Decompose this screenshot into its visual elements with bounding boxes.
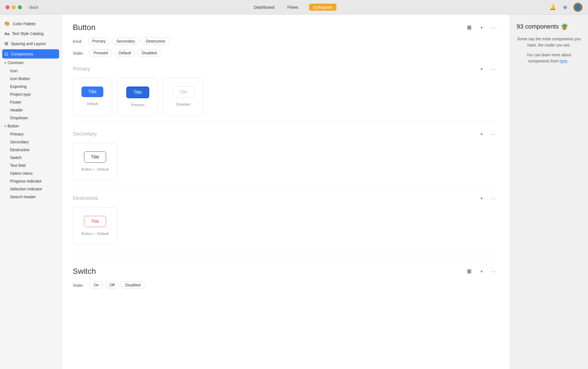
sidebar-item-text-field[interactable]: Text field (0, 162, 61, 169)
secondary-subsection: Secondary ▾ ··· Title Button /...Default (73, 129, 498, 187)
secondary-subsection-title: Secondary (73, 131, 97, 137)
switch-dropdown-icon[interactable]: ▾ (477, 267, 486, 276)
card-primary-pressed-label: Pressed (131, 103, 144, 107)
sidebar-item-selection[interactable]: Selection indicator (0, 185, 61, 193)
secondary-subsection-controls: ▾ ··· (477, 129, 498, 138)
switch-section: Switch ▾ ··· State: On (73, 267, 498, 289)
more-options-icon[interactable]: ··· (489, 23, 498, 32)
notification-icon[interactable]: 🔔 (549, 3, 557, 11)
card-destructive-default: Title Button /...Default (73, 207, 117, 244)
sidebar-item-footer[interactable]: Footer (0, 98, 61, 106)
sidebar-item-components[interactable]: ⊡ Components (2, 49, 59, 59)
sidebar-item-destructive[interactable]: Destructive (0, 146, 61, 154)
titlebar: ‹ Back Dashboard Flows Styleguide 🔔 ⊕ 👤 (0, 0, 588, 15)
sidebar-label-components: Components (11, 52, 33, 56)
help-icon[interactable]: ⊕ (561, 3, 569, 11)
secondary-subsection-header: Secondary ▾ ··· (73, 129, 498, 138)
sidebar-label-text-style: Text Style Catalog (12, 31, 44, 36)
sidebar-item-icon-button[interactable]: Icon Button (0, 75, 61, 83)
state-label: State: (73, 51, 84, 55)
state-disabled-pill[interactable]: Disabled (137, 49, 161, 57)
button-section-title: Button (73, 23, 95, 32)
sidebar-item-search-header[interactable]: Search header (0, 193, 61, 201)
text-style-icon: Aa (4, 32, 9, 36)
secondary-more-icon[interactable]: ··· (489, 129, 498, 138)
content-area: Button ▾ ··· Kind: Primary Secondary D (62, 15, 510, 369)
sidebar-item-color-palette[interactable]: 🎨 Color Palette (0, 19, 61, 28)
sidebar-section-spacing: ⊞ Spacing and Layout (0, 39, 61, 48)
state-default-pill[interactable]: Default (115, 49, 135, 57)
btn-destructive-default[interactable]: Title (84, 216, 106, 227)
switch-state-disabled-pill[interactable]: Disabled (121, 281, 144, 289)
spacing-icon: ⊞ (4, 41, 8, 46)
back-label: Back (30, 5, 38, 10)
btn-secondary-default[interactable]: Title (84, 151, 106, 163)
secondary-cards: Title Button /...Default (73, 143, 498, 180)
close-button[interactable] (6, 5, 10, 9)
state-pressed-pill[interactable]: Pressed (89, 49, 112, 57)
kind-primary-pill[interactable]: Primary (88, 38, 110, 45)
kind-destructive-pill[interactable]: Destructive (141, 38, 169, 45)
button-section-header: Button ▾ ··· (73, 23, 498, 32)
switch-state-off-pill[interactable]: Off (105, 281, 119, 289)
sidebar-item-progress[interactable]: Progress indicator (0, 177, 61, 185)
info-link[interactable]: here (560, 59, 568, 63)
sidebar-item-header[interactable]: Header (0, 106, 61, 114)
card-primary-default: Title Default (73, 78, 112, 116)
switch-more-icon[interactable]: ··· (489, 267, 498, 276)
primary-cards: Title Default Title Pressed Title Disabl… (73, 78, 498, 116)
kind-label: Kind: (73, 39, 82, 44)
card-primary-pressed: Title Pressed (118, 78, 158, 116)
svg-rect-3 (467, 270, 471, 270)
kind-secondary-pill[interactable]: Secondary (112, 38, 139, 45)
sidebar-item-switch[interactable]: Switch (0, 154, 61, 162)
primary-subsection-title: Primary (73, 66, 90, 72)
primary-subsection: Primary ▾ ··· Title Default Title Presse… (73, 64, 498, 123)
btn-primary-default[interactable]: Title (81, 87, 103, 97)
avatar[interactable]: 👤 (573, 3, 582, 12)
primary-more-icon[interactable]: ··· (489, 64, 498, 73)
svg-rect-2 (467, 29, 471, 29)
dropdown-arrow-icon[interactable]: ▾ (477, 23, 486, 32)
destructive-dropdown-icon[interactable]: ▾ (477, 194, 486, 203)
button-collapse-icon: ▾ (4, 125, 6, 128)
sidebar-item-dropdown[interactable]: Dropdown (0, 114, 61, 122)
switch-state-label: State: (73, 283, 84, 288)
card-secondary-default-label: Button /...Default (81, 167, 109, 171)
destructive-more-icon[interactable]: ··· (489, 194, 498, 203)
switch-state-on-pill[interactable]: On (89, 281, 103, 289)
switch-stack-icon[interactable] (465, 267, 474, 276)
sidebar-group-button[interactable]: ▾ Button (0, 122, 61, 130)
back-chevron-icon: ‹ (27, 5, 29, 9)
palette-icon: 🎨 (4, 21, 10, 26)
destructive-cards: Title Button /...Default (73, 207, 498, 244)
sidebar-item-exporting[interactable]: Exporting (0, 83, 61, 90)
maximize-button[interactable] (18, 5, 22, 9)
sidebar-section-components: ⊡ Components ▾ Common Icon Icon Button E… (0, 49, 61, 201)
sidebar-group-common[interactable]: ▾ Common (0, 59, 61, 67)
switch-state-filter-row: State: On Off Disabled (73, 281, 498, 289)
sidebar-item-primary[interactable]: Primary (0, 130, 61, 138)
sidebar-item-project-type[interactable]: Project type (0, 90, 61, 98)
svg-rect-1 (467, 27, 471, 28)
switch-section-title: Switch (73, 267, 96, 276)
primary-dropdown-icon[interactable]: ▾ (477, 64, 486, 73)
sidebar-item-spacing[interactable]: ⊞ Spacing and Layout (0, 39, 61, 48)
nav-bar: Dashboard Flows Styleguide (252, 4, 337, 11)
sidebar-item-option-menu[interactable]: Option menu (0, 169, 61, 177)
sidebar-item-secondary[interactable]: Secondary (0, 138, 61, 146)
nav-dashboard[interactable]: Dashboard (252, 4, 277, 11)
btn-primary-pressed[interactable]: Title (126, 87, 149, 98)
sidebar-section-palette: 🎨 Color Palette (0, 19, 61, 28)
nav-styleguide[interactable]: Styleguide (309, 4, 336, 11)
stack-icon[interactable] (465, 23, 474, 32)
secondary-dropdown-icon[interactable]: ▾ (477, 129, 486, 138)
sidebar: 🎨 Color Palette Aa Text Style Catalog ⊞ … (0, 15, 62, 369)
minimize-button[interactable] (12, 5, 16, 9)
traffic-lights (6, 5, 22, 9)
back-button[interactable]: ‹ Back (27, 5, 38, 10)
nav-flows[interactable]: Flows (285, 4, 300, 11)
sidebar-item-text-style[interactable]: Aa Text Style Catalog (0, 29, 61, 38)
sidebar-item-icon[interactable]: Icon (0, 67, 61, 75)
sidebar-label-spacing: Spacing and Layout (11, 41, 46, 46)
